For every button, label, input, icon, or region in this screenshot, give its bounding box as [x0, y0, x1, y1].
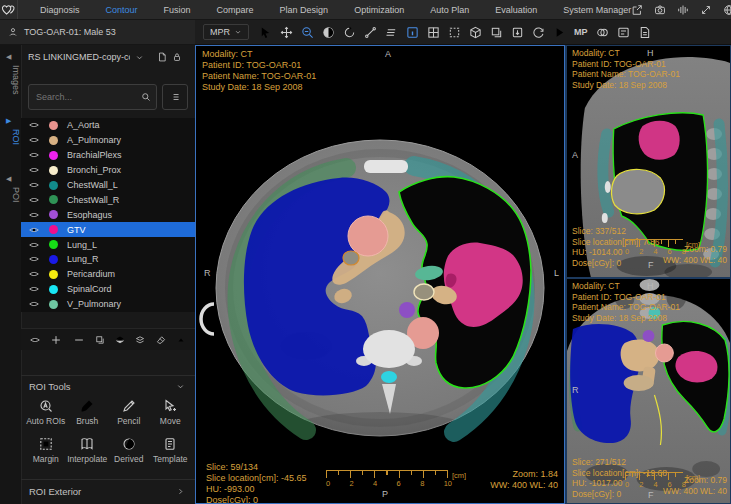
roi-row-lung-r[interactable]: Lung_R: [21, 252, 195, 267]
copy-view-icon[interactable]: [490, 26, 503, 39]
pan-tool-icon[interactable]: [280, 26, 293, 39]
roi-row-esophagus[interactable]: Esophagus: [21, 207, 195, 222]
visibility-eye-icon[interactable]: [29, 120, 39, 130]
add-roi-icon[interactable]: [50, 334, 62, 346]
stack-scroll-icon[interactable]: [385, 26, 398, 39]
info-overlay-icon[interactable]: [406, 26, 419, 39]
roi-color-swatch[interactable]: [49, 300, 58, 309]
menu-auto-plan[interactable]: Auto Plan: [430, 5, 469, 15]
rtstruct-file-icon[interactable]: [157, 52, 167, 62]
roi-color-swatch[interactable]: [49, 285, 58, 294]
mp-tool[interactable]: MP: [574, 27, 588, 37]
roi-color-swatch[interactable]: [49, 225, 58, 234]
expand-right-icon[interactable]: ▶: [6, 117, 11, 125]
sidebar-tab-images[interactable]: Images: [0, 65, 21, 95]
menu-diagnosis[interactable]: Diagnosis: [40, 5, 80, 15]
visibility-eye-icon[interactable]: [29, 195, 39, 205]
sagittal-viewport[interactable]: Modality: CTPatient ID: TOG-OAR-01Patien…: [565, 45, 731, 278]
visibility-eye-icon[interactable]: [29, 210, 39, 220]
visibility-eye-icon[interactable]: [29, 135, 39, 145]
play-icon[interactable]: [553, 26, 566, 39]
cube-3d-icon[interactable]: [469, 26, 482, 39]
mpr-dropdown[interactable]: MPR: [203, 24, 249, 40]
roi-color-swatch[interactable]: [49, 240, 58, 249]
roi-color-swatch[interactable]: [49, 181, 58, 190]
margin-tool[interactable]: Margin: [25, 437, 67, 464]
roi-color-swatch[interactable]: [49, 166, 58, 175]
sidebar-tab-poi[interactable]: POI: [0, 187, 21, 203]
layers-outline-icon[interactable]: [135, 335, 145, 345]
roi-color-swatch[interactable]: [49, 270, 58, 279]
axial-viewport[interactable]: Modality: CTPatient ID: TOG-OAR-01Patien…: [195, 45, 565, 504]
collapse-up-icon[interactable]: [176, 335, 186, 345]
visibility-eye-icon[interactable]: [29, 225, 39, 235]
visibility-eye-icon[interactable]: [29, 180, 39, 190]
export-icon[interactable]: [631, 4, 643, 16]
roi-color-swatch[interactable]: [49, 136, 58, 145]
collapse-left-icon[interactable]: ◀: [6, 53, 11, 61]
roi-row-chestwall-r[interactable]: ChestWall_R: [21, 192, 195, 207]
lock-icon[interactable]: [172, 52, 182, 62]
visibility-eye-icon[interactable]: [29, 299, 39, 309]
sidebar-tab-roi[interactable]: ROI: [0, 129, 21, 145]
roi-color-swatch[interactable]: [49, 121, 58, 130]
eraser-icon[interactable]: [156, 335, 166, 345]
screenshot-icon[interactable]: [654, 4, 666, 16]
remove-roi-icon[interactable]: [73, 334, 85, 346]
pencil-tool[interactable]: Pencil: [108, 399, 150, 426]
roi-row-v-pulmonary[interactable]: V_Pulmonary: [21, 297, 195, 312]
template-tool[interactable]: Template: [150, 437, 192, 464]
roi-color-swatch[interactable]: [49, 195, 58, 204]
roi-row-pericardium[interactable]: Pericardium: [21, 267, 195, 282]
menu-plan-design[interactable]: Plan Design: [280, 5, 329, 15]
roi-row-spinalcord[interactable]: SpinalCord: [21, 282, 195, 297]
menu-fusion[interactable]: Fusion: [164, 5, 191, 15]
menu-evaluation[interactable]: Evaluation: [495, 5, 537, 15]
menu-optimization[interactable]: Optimization: [354, 5, 404, 15]
roi-tools-header[interactable]: ROI Tools: [21, 381, 195, 392]
fusion-tool-icon[interactable]: [596, 26, 609, 39]
reset-view-icon[interactable]: [532, 26, 545, 39]
visibility-eye-icon[interactable]: [29, 150, 39, 160]
contrast-tool-icon[interactable]: [322, 26, 335, 39]
rtstruct-selector[interactable]: RS LINKINGMED-copy-copy-: [21, 52, 195, 62]
menu-compare[interactable]: Compare: [217, 5, 254, 15]
fullscreen-icon[interactable]: [700, 4, 712, 16]
roi-row-brachialplexs[interactable]: BrachialPlexs: [21, 148, 195, 163]
show-all-eye-icon[interactable]: [30, 335, 40, 345]
roi-select-icon[interactable]: [448, 26, 461, 39]
collapse-left-icon-2[interactable]: ◀: [6, 175, 11, 183]
brush-tool[interactable]: Brush: [67, 399, 109, 426]
pointer-tool-icon[interactable]: [259, 26, 272, 39]
roi-exterior-header[interactable]: ROI Exterior: [21, 486, 195, 497]
derived-tool[interactable]: Derived: [108, 437, 150, 464]
roi-row-chestwall-l[interactable]: ChestWall_L: [21, 178, 195, 193]
roi-row-gtv-selected[interactable]: GTV: [21, 222, 195, 237]
duplicate-roi-icon[interactable]: [95, 335, 105, 345]
chevron-down-icon[interactable]: [135, 53, 144, 62]
language-globe-icon[interactable]: [723, 4, 731, 16]
roi-color-swatch[interactable]: [49, 151, 58, 160]
layers-filled-icon[interactable]: [115, 335, 125, 345]
measure-tool-icon[interactable]: [364, 26, 377, 39]
list-view-icon[interactable]: [617, 26, 630, 39]
visibility-eye-icon[interactable]: [29, 165, 39, 175]
export-view-icon[interactable]: [511, 26, 524, 39]
menu-system-manager[interactable]: System Manager: [563, 5, 631, 15]
roi-list-options-button[interactable]: [162, 84, 188, 110]
visibility-eye-icon[interactable]: [29, 254, 39, 264]
search-icon[interactable]: [141, 92, 151, 102]
visibility-eye-icon[interactable]: [29, 240, 39, 250]
visibility-eye-icon[interactable]: [29, 284, 39, 294]
visibility-eye-icon[interactable]: [29, 269, 39, 279]
roi-color-swatch[interactable]: [49, 210, 58, 219]
zoom-tool-icon[interactable]: [301, 26, 314, 39]
roi-row-lung-l[interactable]: Lung_L: [21, 237, 195, 252]
grid-layout-icon[interactable]: [427, 26, 440, 39]
roi-search-input[interactable]: [34, 91, 137, 103]
auto-rois-tool[interactable]: Auto ROIs: [25, 399, 67, 426]
roi-row-a-aorta[interactable]: A_Aorta: [21, 118, 195, 133]
report-icon[interactable]: [638, 26, 651, 39]
roi-row-a-pulmonary[interactable]: A_Pulmonary: [21, 133, 195, 148]
rotate-tool-icon[interactable]: [343, 26, 356, 39]
